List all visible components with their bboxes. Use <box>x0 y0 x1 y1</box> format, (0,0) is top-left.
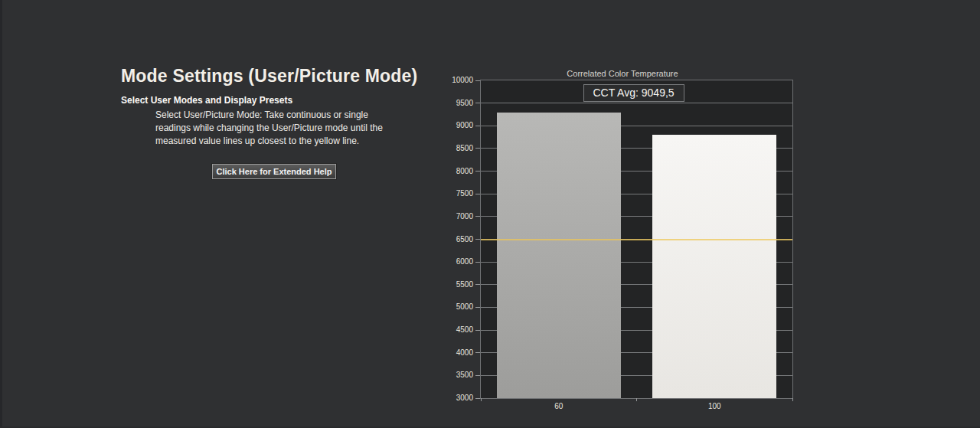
window-left-edge <box>0 0 2 428</box>
y-tick-3000 <box>475 398 480 399</box>
y-tick-6500 <box>475 239 480 240</box>
y-tick-label-6500: 6500 <box>435 235 473 243</box>
y-tick-label-9500: 9500 <box>435 99 473 107</box>
instructions-line-3: measured value lines up closest to the y… <box>155 135 408 148</box>
cct-bar-chart: CCT Avg: 9049,5 300035004000450050005500… <box>480 80 793 399</box>
bar-100 <box>652 135 776 398</box>
y-tick-5500 <box>475 284 480 285</box>
y-tick-label-5000: 5000 <box>435 302 473 311</box>
section-subtitle: Select User Modes and Display Presets <box>121 95 292 106</box>
bar-60 <box>497 113 621 399</box>
y-tick-10000 <box>475 80 480 81</box>
y-tick-label-5500: 5500 <box>435 280 473 289</box>
y-tick-label-10000: 10000 <box>435 76 473 84</box>
y-tick-3500 <box>475 375 480 376</box>
y-tick-7500 <box>475 194 480 194</box>
y-tick-label-4500: 4500 <box>435 325 473 334</box>
y-tick-8500 <box>475 148 480 149</box>
x-tick-2 <box>792 398 793 401</box>
target-reference-line <box>481 239 792 240</box>
x-tick-0 <box>481 398 482 401</box>
cct-average-readout: CCT Avg: 9049,5 <box>583 84 684 102</box>
y-tick-4000 <box>475 352 480 353</box>
app-window: { "page": { "background": "#2f3032" }, "… <box>0 0 980 428</box>
x-tick-label-100: 100 <box>637 402 793 410</box>
y-tick-7000 <box>475 216 480 217</box>
x-tick-label-60: 60 <box>481 402 637 410</box>
extended-help-button[interactable]: Click Here for Extended Help <box>212 164 336 179</box>
y-tick-label-7000: 7000 <box>435 212 473 221</box>
y-tick-label-7500: 7500 <box>435 189 473 198</box>
gridline-9500 <box>481 103 792 103</box>
y-tick-4500 <box>475 330 480 331</box>
x-tick-1 <box>636 398 637 401</box>
instructions-text: Select User/Picture Mode: Take continuou… <box>155 109 408 148</box>
instructions-line-2: readings while changing the User/Picture… <box>155 122 408 135</box>
page-title: Mode Settings (User/Picture Mode) <box>121 66 417 87</box>
y-tick-label-8500: 8500 <box>435 144 473 152</box>
y-tick-label-9000: 9000 <box>435 121 473 129</box>
y-tick-label-6000: 6000 <box>435 257 473 266</box>
y-tick-9500 <box>475 103 480 103</box>
y-tick-6000 <box>475 262 480 263</box>
chart-title: Correlated Color Temperature <box>452 69 793 78</box>
y-tick-label-3000: 3000 <box>435 394 473 402</box>
y-tick-8000 <box>475 171 480 172</box>
y-tick-5000 <box>475 307 480 308</box>
y-tick-label-4000: 4000 <box>435 348 473 357</box>
y-tick-label-8000: 8000 <box>435 167 473 175</box>
y-tick-label-3500: 3500 <box>435 371 473 379</box>
y-tick-9000 <box>475 126 480 126</box>
instructions-line-1: Select User/Picture Mode: Take continuou… <box>155 109 408 122</box>
